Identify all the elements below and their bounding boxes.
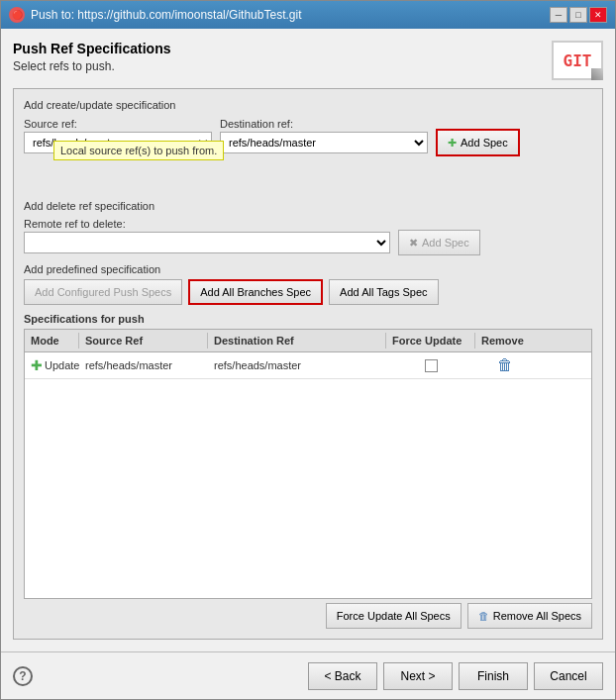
remote-ref-select[interactable] <box>24 232 390 253</box>
x-icon: ✖ <box>409 237 418 250</box>
minimize-button[interactable]: ─ <box>550 7 567 23</box>
specs-for-push-label: Specifications for push <box>24 313 592 325</box>
remove-all-icon: 🗑 <box>478 610 489 622</box>
dest-ref-label: Destination ref: <box>220 118 428 130</box>
title-bar: 🔴 Push to: https://github.com/imoonstal/… <box>1 1 615 29</box>
remote-ref-group: Remote ref to delete: <box>24 218 390 253</box>
add-configured-push-label: Add Configured Push Specs <box>35 286 171 298</box>
footer-left: ? <box>13 666 33 686</box>
delete-ref-row: Remote ref to delete: ✖ Add Spec <box>24 216 592 255</box>
add-all-tags-label: Add All Tags Spec <box>340 286 427 298</box>
next-button[interactable]: Next > <box>383 662 453 690</box>
add-configured-push-button[interactable]: Add Configured Push Specs <box>24 279 182 305</box>
footer: ? < Back Next > Finish Cancel <box>1 651 615 699</box>
remove-all-button[interactable]: 🗑 Remove All Specs <box>467 603 592 629</box>
table-row: ✚ Update refs/heads/master refs/heads/ma… <box>25 352 591 379</box>
help-button[interactable]: ? <box>13 666 33 686</box>
force-update-all-button[interactable]: Force Update All Specs <box>326 603 462 629</box>
delete-ref-label: Add delete ref specification <box>24 200 592 212</box>
header-remove: Remove <box>475 333 535 349</box>
remote-ref-label: Remote ref to delete: <box>24 218 390 230</box>
create-update-label: Add create/update specification <box>24 99 592 111</box>
back-button[interactable]: < Back <box>308 662 377 690</box>
cell-mode: ✚ Update <box>25 352 79 378</box>
add-spec-label: Add Spec <box>461 137 508 149</box>
main-window: 🔴 Push to: https://github.com/imoonstal/… <box>0 0 616 700</box>
page-header: Push Ref Specifications Select refs to p… <box>13 41 603 80</box>
add-all-branches-label: Add All Branches Spec <box>200 286 311 298</box>
cell-force-update[interactable] <box>386 352 475 378</box>
predefined-label: Add predefined specification <box>24 263 592 275</box>
maximize-button[interactable]: □ <box>569 7 587 23</box>
add-spec-delete-button[interactable]: ✖ Add Spec <box>398 230 480 255</box>
close-button[interactable]: ✕ <box>589 7 607 23</box>
add-all-branches-button[interactable]: Add All Branches Spec <box>188 279 323 305</box>
remove-row-icon[interactable]: 🗑 <box>497 356 513 374</box>
header-source-ref: Source Ref <box>79 333 208 349</box>
app-icon: 🔴 <box>9 7 25 23</box>
footer-right: < Back Next > Finish Cancel <box>308 662 603 690</box>
title-bar-controls: ─ □ ✕ <box>550 7 607 23</box>
add-spec-button[interactable]: ✚ Add Spec <box>436 129 520 156</box>
force-update-all-label: Force Update All Specs <box>337 610 451 622</box>
mode-value: Update <box>45 359 79 371</box>
specs-table-section: Specifications for push Mode Source Ref … <box>24 313 592 629</box>
header-force-update: Force Update <box>386 333 475 349</box>
table-header: Mode Source Ref Destination Ref Force Up… <box>25 330 591 352</box>
title-bar-left: 🔴 Push to: https://github.com/imoonstal/… <box>9 7 301 23</box>
source-ref-value: refs/heads/master <box>85 359 172 371</box>
bottom-buttons: Force Update All Specs 🗑 Remove All Spec… <box>24 603 592 629</box>
cell-dest-ref: refs/heads/master <box>208 352 386 378</box>
predefined-section: Add predefined specification Add Configu… <box>24 263 592 305</box>
main-panel: Add create/update specification Source r… <box>13 88 603 640</box>
specs-table: Mode Source Ref Destination Ref Force Up… <box>24 329 592 599</box>
header-dest-ref: Destination Ref <box>208 333 386 349</box>
plus-icon: ✚ <box>448 137 457 150</box>
force-update-checkbox[interactable] <box>425 359 438 372</box>
header-text: Push Ref Specifications Select refs to p… <box>13 41 170 73</box>
page-title: Push Ref Specifications <box>13 41 170 56</box>
cancel-button[interactable]: Cancel <box>534 662 603 690</box>
content-area: Push Ref Specifications Select refs to p… <box>1 29 615 651</box>
cell-remove: 🗑 <box>475 352 535 378</box>
create-update-section: Add create/update specification Source r… <box>24 99 592 156</box>
dest-ref-select[interactable]: refs/heads/master <box>220 132 428 153</box>
source-ref-label: Source ref: <box>24 118 212 130</box>
cell-source-ref: refs/heads/master <box>79 352 208 378</box>
git-logo: GIT <box>552 41 603 80</box>
dest-ref-group: Destination ref: refs/heads/master <box>220 118 428 153</box>
page-subtitle: Select refs to push. <box>13 59 170 73</box>
add-all-tags-button[interactable]: Add All Tags Spec <box>329 279 438 305</box>
add-spec-delete-label: Add Spec <box>422 237 469 249</box>
row-add-icon: ✚ <box>31 357 43 373</box>
delete-ref-section: Add delete ref specification Remote ref … <box>24 200 592 255</box>
dest-ref-value: refs/heads/master <box>214 359 301 371</box>
header-mode: Mode <box>25 333 79 349</box>
predefined-buttons-row: Add Configured Push Specs Add All Branch… <box>24 279 592 305</box>
remove-all-label: Remove All Specs <box>493 610 581 622</box>
finish-button[interactable]: Finish <box>459 662 528 690</box>
window-title: Push to: https://github.com/imoonstal/Gi… <box>31 8 301 22</box>
source-ref-tooltip: Local source ref(s) to push from. <box>53 141 224 160</box>
